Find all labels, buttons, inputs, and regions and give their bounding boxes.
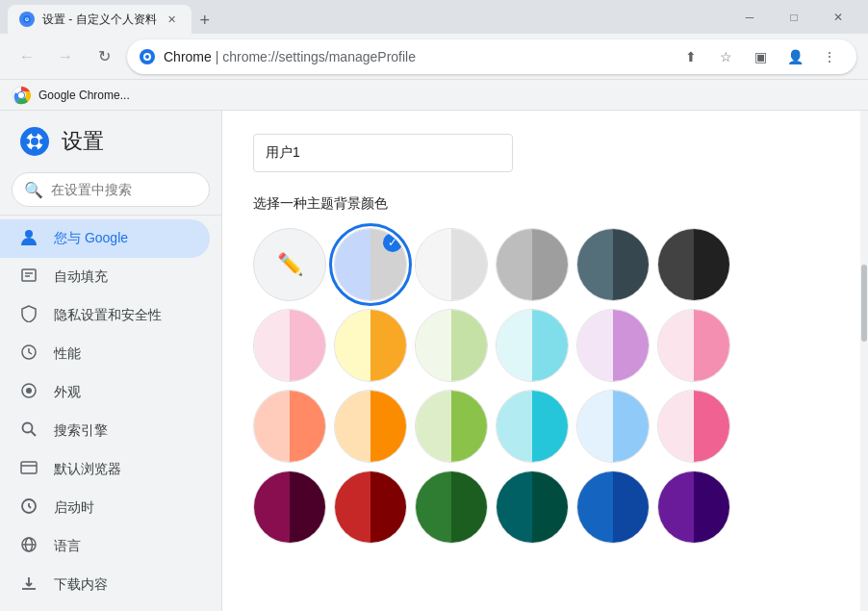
menu-button[interactable]: ⋮ xyxy=(814,41,845,72)
url-bar[interactable]: Chrome | chrome://settings/manageProfile… xyxy=(127,39,856,74)
color-option-purple[interactable] xyxy=(657,471,730,544)
color-option-custom[interactable]: ✏️ xyxy=(253,228,326,301)
sidebar-nav: 您与 Google自动填充隐私设置和安全性性能外观搜索引擎默认浏览器启动时语言下… xyxy=(0,219,221,611)
color-option-dark-teal[interactable] xyxy=(496,471,569,544)
svg-point-22 xyxy=(26,388,32,394)
color-half-periwinkle xyxy=(577,391,649,462)
color-option-blue-gray[interactable]: ✓ xyxy=(334,228,407,301)
tab-close-button[interactable]: ✕ xyxy=(165,12,180,27)
color-left-orange xyxy=(335,391,370,462)
color-option-black[interactable] xyxy=(657,228,730,301)
sidebar-item-language[interactable]: 语言 xyxy=(0,527,210,566)
color-half-light-pink xyxy=(658,310,729,381)
url-path: chrome://settings/manageProfile xyxy=(222,49,416,64)
color-option-dark-red[interactable] xyxy=(334,471,407,544)
color-option-light-gray[interactable] xyxy=(415,228,488,301)
url-favicon xyxy=(139,48,156,65)
svg-point-12 xyxy=(24,139,30,144)
color-option-maroon[interactable] xyxy=(253,471,326,544)
profile-button[interactable]: 👤 xyxy=(779,41,810,72)
sidebar: 设置 🔍 您与 Google自动填充隐私设置和安全性性能外观搜索引擎默认浏览器启… xyxy=(0,111,221,611)
color-right-light-gray xyxy=(451,229,487,300)
svg-point-2 xyxy=(26,18,28,20)
username-input[interactable] xyxy=(253,134,513,172)
color-right-dark-gray xyxy=(613,229,649,300)
share-button[interactable]: ⬆ xyxy=(676,41,706,72)
sidebar-search-input[interactable] xyxy=(51,182,219,197)
sidebar-item-search[interactable]: 搜索引擎 xyxy=(0,412,210,450)
color-option-peach[interactable] xyxy=(253,309,326,382)
sidebar-item-accessibility[interactable]: 无障碍 xyxy=(0,604,210,611)
sidebar-label-performance: 性能 xyxy=(54,345,81,363)
forward-button[interactable]: → xyxy=(50,41,81,72)
color-left-dark-gray xyxy=(577,229,613,300)
color-left-light-gray xyxy=(416,229,451,300)
color-option-mid-gray[interactable] xyxy=(496,228,569,301)
sidebar-item-appearance[interactable]: 外观 xyxy=(0,373,210,412)
maximize-button[interactable]: □ xyxy=(772,0,816,34)
color-left-navy xyxy=(577,471,613,543)
sidebar-label-downloads: 下载内容 xyxy=(54,576,108,594)
sidebar-label-appearance: 外观 xyxy=(54,384,81,401)
sidebar-item-autofill[interactable]: 自动填充 xyxy=(0,258,210,296)
tab-area: 设置 - 自定义个人资料 ✕ + xyxy=(8,0,728,34)
color-half-dark-teal xyxy=(497,471,568,543)
sidebar-item-browser[interactable]: 默认浏览器 xyxy=(0,450,210,489)
color-half-purple xyxy=(658,471,729,543)
active-tab[interactable]: 设置 - 自定义个人资料 ✕ xyxy=(8,5,191,34)
color-left-mint xyxy=(497,310,532,381)
color-option-forest[interactable] xyxy=(415,471,488,544)
color-left-mid-gray xyxy=(497,229,532,300)
bookmark-button[interactable]: ☆ xyxy=(710,41,741,72)
sidebar-search-bar[interactable]: 🔍 xyxy=(12,172,210,207)
info-bar-text: Google Chrome... xyxy=(38,89,130,102)
color-right-mint xyxy=(532,310,568,381)
sidebar-item-privacy[interactable]: 隐私设置和安全性 xyxy=(0,296,210,335)
color-option-mint[interactable] xyxy=(496,309,569,382)
color-option-sage[interactable] xyxy=(415,390,488,463)
color-left-yellow xyxy=(335,310,370,381)
color-half-orange xyxy=(335,391,406,462)
color-option-lavender[interactable] xyxy=(576,309,650,382)
back-button[interactable]: ← xyxy=(12,41,42,72)
minimize-button[interactable]: ─ xyxy=(728,0,772,34)
color-half-forest xyxy=(416,471,487,543)
color-option-light-pink[interactable] xyxy=(657,309,730,382)
color-option-yellow[interactable] xyxy=(334,309,407,382)
color-right-salmon xyxy=(290,391,325,462)
color-selected-check: ✓ xyxy=(383,233,402,252)
color-half-rose xyxy=(658,391,729,462)
sidebar-icon-you-google xyxy=(19,228,38,250)
sidebar-icon-downloads xyxy=(19,574,38,597)
color-left-dark-teal xyxy=(497,471,532,543)
sidebar-item-you-google[interactable]: 您与 Google xyxy=(0,219,210,258)
content-area: 选择一种主题背景颜色 ✏️ ✓ xyxy=(222,111,860,611)
color-right-lavender xyxy=(613,310,649,381)
sidebar-button[interactable]: ▣ xyxy=(745,41,776,72)
sidebar-label-privacy: 隐私设置和安全性 xyxy=(54,307,162,324)
color-option-dark-gray[interactable] xyxy=(576,228,650,301)
color-left-purple xyxy=(658,471,694,543)
svg-point-8 xyxy=(18,92,24,98)
svg-line-24 xyxy=(32,431,37,436)
scroll-track[interactable] xyxy=(860,111,868,611)
new-tab-button[interactable]: + xyxy=(191,7,218,34)
reload-button[interactable]: ↻ xyxy=(89,41,119,72)
color-option-light-green[interactable] xyxy=(415,309,488,382)
close-button[interactable]: ✕ xyxy=(816,0,860,34)
color-option-rose[interactable] xyxy=(657,390,730,463)
color-option-periwinkle[interactable] xyxy=(576,390,650,463)
color-right-orange xyxy=(370,391,406,462)
sidebar-icon-appearance xyxy=(19,382,38,404)
color-right-light-pink xyxy=(694,310,729,381)
sidebar-item-startup[interactable]: 启动时 xyxy=(0,489,210,527)
color-left-lavender xyxy=(577,310,613,381)
color-option-salmon[interactable] xyxy=(253,390,326,463)
color-left-black xyxy=(658,229,694,300)
color-option-orange[interactable] xyxy=(334,390,407,463)
color-option-teal-light[interactable] xyxy=(496,390,569,463)
color-half-dark-red xyxy=(335,471,406,543)
color-option-navy[interactable] xyxy=(576,471,650,544)
sidebar-item-performance[interactable]: 性能 xyxy=(0,335,210,373)
sidebar-item-downloads[interactable]: 下载内容 xyxy=(0,566,210,604)
